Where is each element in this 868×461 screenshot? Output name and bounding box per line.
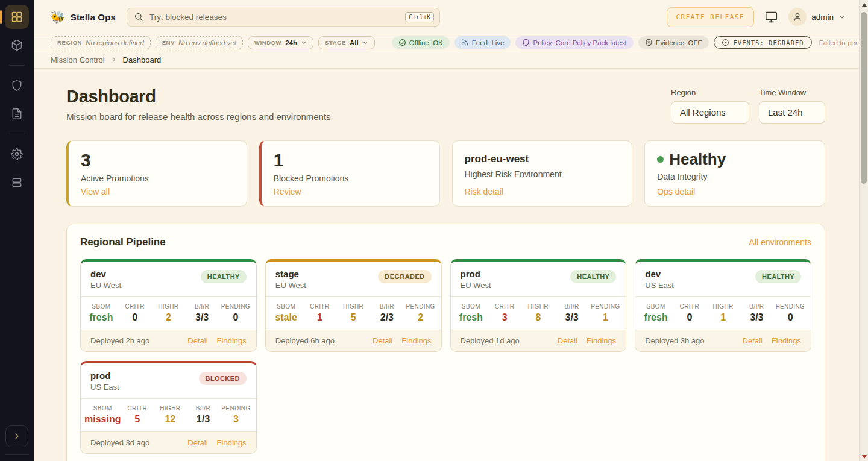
detail-link[interactable]: Detail [743,336,763,345]
pipeline-stat-label: HIGHR [706,303,740,310]
stat-card[interactable]: Healthy Data Integrity Ops detail [644,140,825,207]
sidebar-item-settings[interactable] [5,142,29,166]
pipeline-card[interactable]: prod US East BLOCKED SBOMmissingCRITR5HI… [80,361,257,454]
region-context-chip[interactable]: REGION No regions defined [51,36,151,49]
stat-card-link[interactable]: Risk detail [465,187,620,196]
feed-status-pill[interactable]: Feed: Live [454,36,511,49]
detail-link[interactable]: Detail [558,336,577,345]
detail-link[interactable]: Detail [187,336,207,345]
pipeline-stat-label: PENDING [404,303,438,310]
pipeline-stat-value: 1 [706,312,740,323]
region-filter-select[interactable]: All Regions [671,101,749,124]
findings-link[interactable]: Findings [587,336,616,345]
chevron-down-icon [838,13,846,20]
policy-status-pill[interactable]: Policy: Core Policy Pack latest [515,36,633,49]
sidebar-item-systems[interactable] [5,171,29,195]
shield-icon [11,80,23,92]
pipeline-stat-label: PENDING [219,405,253,412]
time-window-filter-select[interactable]: Last 24h [759,101,825,124]
findings-link[interactable]: Findings [772,336,801,345]
findings-link[interactable]: Findings [217,438,247,447]
deployed-time: Deployed 3d ago [90,438,149,447]
pipeline-stat-label: CRITR [488,303,521,310]
pipeline-region: EU West [90,281,121,290]
pipeline-stat: CRITR0 [673,303,706,323]
display-monitor-icon[interactable] [765,11,778,24]
pipeline-stat-label: B/I/R [187,405,220,412]
events-status-pill[interactable]: EVENTS: DEGRADED [714,36,812,49]
sidebar-item-documents[interactable] [5,102,29,126]
stat-card[interactable]: 3 Active Promotions View all [66,140,247,207]
env-context-chip[interactable]: ENV No env defined yet [156,36,243,49]
stage-chip-value: All [350,39,359,46]
pipeline-stat: CRITR1 [303,303,337,323]
scrollbar-down-arrow[interactable] [860,452,868,461]
pipeline-stat-label: PENDING [773,303,807,310]
pipeline-stat: PENDING3 [219,405,253,425]
breadcrumb-parent[interactable]: Mission Control [51,55,105,64]
pipeline-stat-label: PENDING [219,303,253,310]
pipeline-stat-value: 0 [219,312,253,323]
pipeline-stat-label: HIGHR [152,303,186,310]
pipeline-stat-label: HIGHR [154,405,187,412]
app-title: Stella Ops [71,12,116,22]
pipeline-stat-label: B/I/R [185,303,219,310]
pipeline-stat: PENDING0 [219,303,253,323]
pipeline-card[interactable]: dev EU West HEALTHY SBOMfreshCRITR0HIGHR… [80,259,257,352]
findings-link[interactable]: Findings [401,336,431,345]
all-environments-link[interactable]: All environments [749,237,812,247]
pipeline-stat: CRITR0 [118,303,152,323]
sidebar-expand-button[interactable] [5,425,28,447]
pipeline-env-name: prod [461,269,491,279]
breadcrumb-current: Dashboard [123,55,162,64]
evidence-status-pill[interactable]: Evidence: OFF [638,36,709,49]
page-title: Dashboard [66,87,331,107]
pipeline-stats: SBOMfreshCRITR0HIGHR2B/I/R3/3PENDING0 [81,296,256,330]
check-circle-icon [398,39,406,46]
pipeline-card[interactable]: dev US East HEALTHY SBOMfreshCRITR0HIGHR… [635,259,811,352]
regional-pipeline-panel: Regional Pipeline All environments dev E… [66,224,825,461]
create-release-button[interactable]: CREATE RELEASE [667,7,755,27]
sidebar-divider [9,134,25,134]
policy-status-label: Policy: Core Policy Pack latest [533,39,626,46]
brand[interactable]: 🐝 Stella Ops [51,11,116,23]
window-select-chip[interactable]: WINDOW 24h [248,36,313,49]
stat-card-link[interactable]: Review [274,187,427,196]
user-menu[interactable]: admin [788,8,846,26]
pipeline-stat: PENDING2 [404,303,438,323]
scrollbar-up-arrow[interactable] [860,0,868,9]
server-stack-icon [11,177,23,189]
offline-status-pill[interactable]: Offline: OK [392,36,450,49]
sidebar-item-policies[interactable] [5,74,29,98]
env-chip-value: No env defined yet [178,39,236,46]
pipeline-stat-value: 3 [219,414,253,425]
stat-card[interactable]: prod-eu-west Highest Risk Environment Ri… [452,140,633,207]
package-icon [11,39,23,51]
pipeline-stat: SBOMstale [269,303,303,323]
pipeline-stat-label: B/I/R [740,303,774,310]
sidebar-divider [5,454,29,455]
pipeline-title: Regional Pipeline [80,236,166,248]
chevron-down-icon [362,40,368,46]
pipeline-card[interactable]: stage EU West DEGRADED SBOMstaleCRITR1HI… [265,259,442,352]
region-filter: Region All Regions [671,88,749,124]
pipeline-card[interactable]: prod EU West HEALTHY SBOMfreshCRITR3HIGH… [450,259,627,352]
scrollbar[interactable] [859,0,868,461]
pipeline-stat-label: SBOM [454,303,488,310]
sidebar-item-dashboard[interactable] [5,5,29,29]
global-search-input[interactable]: Try: blocked releases Ctrl+K [127,8,440,27]
pipeline-stat: HIGHR5 [336,303,370,323]
region-chip-label: REGION [57,39,82,46]
rss-icon [461,39,469,46]
scrollbar-thumb[interactable] [861,12,867,184]
stat-card[interactable]: 1 Blocked Promotions Review [259,140,440,207]
stat-card-value: 1 [274,151,427,170]
sidebar-item-releases[interactable] [5,33,29,57]
stat-card-link[interactable]: View all [81,187,234,196]
feed-status-label: Feed: Live [472,39,505,46]
stat-card-link[interactable]: Ops detail [657,187,813,196]
findings-link[interactable]: Findings [217,336,247,345]
detail-link[interactable]: Detail [187,438,207,447]
detail-link[interactable]: Detail [373,336,392,345]
stage-select-chip[interactable]: STAGE All [318,36,375,49]
